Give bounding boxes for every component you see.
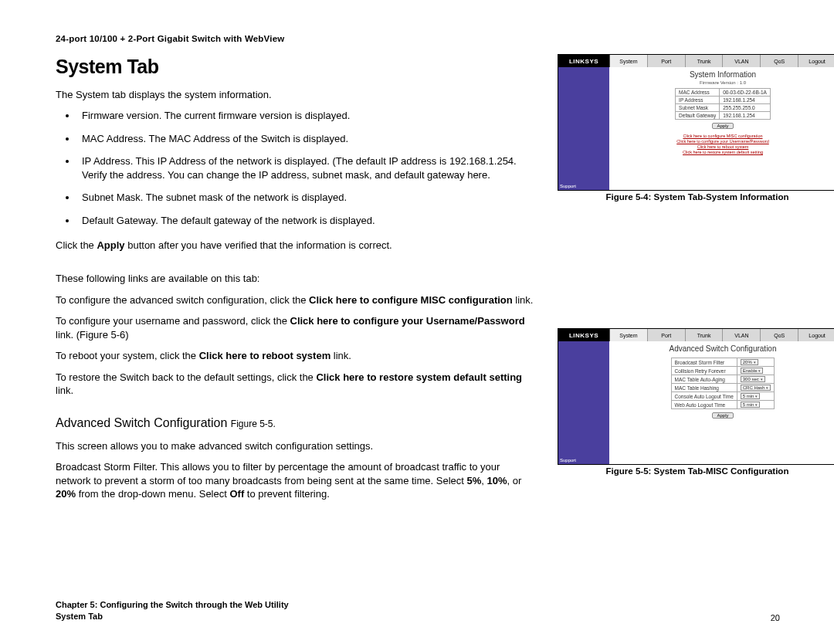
bold: 20% xyxy=(56,488,76,500)
cell-val: 5 min xyxy=(737,392,775,401)
ss-topbar: LINKSYS System Port Trunk VLAN QoS Logou… xyxy=(558,329,834,341)
screenshot-sysinfo: LINKSYS System Port Trunk VLAN QoS Logou… xyxy=(558,54,834,191)
tab-vlan[interactable]: VLAN xyxy=(723,329,761,341)
text: , or xyxy=(507,475,522,486)
cell-val: Enable xyxy=(737,367,775,375)
ss-body: Support System Information Firmware Vers… xyxy=(558,67,834,190)
table-row: MAC Address00-03-6D-22-6B-1A xyxy=(676,89,771,97)
left-column: System Tab The System tab displays the s… xyxy=(56,54,534,509)
tab-logout[interactable]: Logout xyxy=(798,329,834,341)
link-line: To restore the Switch back to the defaul… xyxy=(56,371,534,398)
tab-trunk[interactable]: Trunk xyxy=(686,55,724,67)
text: To restore the Switch back to the defaul… xyxy=(56,371,316,383)
link-bold: Click here to restore system default set… xyxy=(316,371,522,383)
cell-val[interactable]: 192.168.1.254 xyxy=(720,112,771,120)
page-title: System Tab xyxy=(56,54,534,80)
tab-trunk[interactable]: Trunk xyxy=(686,329,724,341)
table-row: MAC Table HashingCRC Hash xyxy=(671,384,775,392)
footer-left: Chapter 5: Configuring the Switch throug… xyxy=(56,599,289,622)
broadcast-filter-select[interactable]: 20% xyxy=(741,359,758,365)
console-logout-select[interactable]: 5 min xyxy=(741,393,761,399)
tab-system[interactable]: System xyxy=(610,329,648,341)
links-intro: These following links are available on t… xyxy=(56,272,534,286)
cell-key: IP Address xyxy=(676,97,720,104)
cell-key: MAC Address xyxy=(676,89,720,97)
cell-key: Default Gateway xyxy=(676,112,720,120)
restore-default-link[interactable]: Click here to restore system default set… xyxy=(676,150,769,155)
ss-fw-version: Firmware Version : 1.0 xyxy=(700,80,746,85)
footer-chapter: Chapter 5: Configuring the Switch throug… xyxy=(56,599,289,611)
web-logout-select[interactable]: 5 min xyxy=(741,402,761,408)
spacer xyxy=(558,215,834,314)
mac-aging-select[interactable]: 300 sec xyxy=(741,376,765,382)
tab-qos[interactable]: QoS xyxy=(761,55,798,67)
table-row: Console Auto Logout Time5 min xyxy=(671,392,775,401)
intro-text: The System tab displays the system infor… xyxy=(56,88,534,102)
subheading-main: Advanced Switch Configuration xyxy=(56,416,231,429)
link-bold: Click here to configure your Username/Pa… xyxy=(290,315,525,327)
figure-caption: Figure 5-4: System Tab-System Informatio… xyxy=(558,192,834,202)
tab-logout[interactable]: Logout xyxy=(798,55,834,67)
link-line: To configure the advanced switch configu… xyxy=(56,293,534,307)
link-bold: Click here to reboot system xyxy=(199,350,331,361)
apply-bold: Apply xyxy=(97,239,124,251)
text: , xyxy=(481,475,486,486)
table-row: Broadcast Storm Filter20% xyxy=(671,358,775,367)
apply-button[interactable]: Apply xyxy=(712,412,733,419)
mac-hashing-select[interactable]: CRC Hash xyxy=(741,385,771,391)
ss-title: System Information xyxy=(690,70,756,79)
link-line: To reboot your system, click the Click h… xyxy=(56,349,534,363)
text: To reboot your system, click the xyxy=(56,350,199,361)
cell-key: MAC Table Auto-Aging xyxy=(671,375,737,384)
collision-retry-select[interactable]: Enable xyxy=(741,368,764,374)
footer-section: System Tab xyxy=(56,611,289,622)
cell-val: 00-03-6D-22-6B-1A xyxy=(720,89,771,97)
page-number: 20 xyxy=(771,613,780,622)
username-password-link[interactable]: Click here to configure your Username/Pa… xyxy=(676,139,769,144)
list-item: IP Address. This IP Address of the netwo… xyxy=(77,154,534,181)
figure-5-5-block: LINKSYS System Port Trunk VLAN QoS Logou… xyxy=(558,328,834,476)
linksys-logo: LINKSYS xyxy=(558,55,610,67)
list-item: Firmware version. The current firmware v… xyxy=(77,109,534,123)
right-column: LINKSYS System Port Trunk VLAN QoS Logou… xyxy=(558,54,834,509)
bold: Off xyxy=(229,488,244,500)
table-row: Default Gateway192.168.1.254 xyxy=(676,112,771,120)
tab-qos[interactable]: QoS xyxy=(761,329,798,341)
page-footer: Chapter 5: Configuring the Switch throug… xyxy=(56,599,780,622)
sidebar-support[interactable]: Support xyxy=(558,182,609,190)
text: link. (Figure 5-6) xyxy=(56,329,129,341)
page: 24-port 10/100 + 2-Port Gigabit Switch w… xyxy=(0,0,834,644)
tab-port[interactable]: Port xyxy=(648,55,686,67)
list-item: Default Gateway. The default gateway of … xyxy=(77,214,534,228)
sidebar-support[interactable]: Support xyxy=(558,456,609,464)
subheading-fig: Figure 5-5. xyxy=(231,419,276,429)
ss-sidebar: Support xyxy=(558,67,609,190)
table-row: IP Address192.168.1.254 xyxy=(676,97,771,104)
ss-main: System Information Firmware Version : 1.… xyxy=(609,67,834,190)
apply-button[interactable]: Apply xyxy=(712,123,733,129)
text: Click the xyxy=(56,239,97,251)
ss-main: Advanced Switch Configuration Broadcast … xyxy=(609,341,834,464)
misc-config-link[interactable]: Click here to configure MISC configurati… xyxy=(676,134,769,139)
cell-val[interactable]: 192.168.1.254 xyxy=(720,97,771,104)
cell-key: MAC Table Hashing xyxy=(671,384,737,392)
cell-val: 300 sec xyxy=(737,375,775,384)
tab-port[interactable]: Port xyxy=(648,329,686,341)
table-row: Collision Retry ForeverEnable xyxy=(671,367,775,375)
reboot-link[interactable]: Click here to reboot system xyxy=(676,144,769,150)
tab-vlan[interactable]: VLAN xyxy=(723,55,761,67)
two-col-layout: System Tab The System tab displays the s… xyxy=(56,54,780,509)
ss-links: Click here to configure MISC configurati… xyxy=(676,134,769,156)
ss-body: Support Advanced Switch Configuration Br… xyxy=(558,341,834,464)
cell-key: Subnet Mask xyxy=(676,104,720,112)
tab-system[interactable]: System xyxy=(610,55,648,67)
list-item: MAC Address. The MAC Address of the Swit… xyxy=(77,132,534,146)
link-bold: Click here to configure MISC configurati… xyxy=(309,294,513,306)
apply-paragraph: Click the Apply button after you have ve… xyxy=(56,239,534,253)
table-row: Web Auto Logout Time5 min xyxy=(671,401,775,409)
cell-val[interactable]: 255.255.255.0 xyxy=(720,104,771,112)
cell-key: Collision Retry Forever xyxy=(671,367,737,375)
text: to prevent filtering. xyxy=(244,488,330,500)
cell-key: Web Auto Logout Time xyxy=(671,401,737,409)
bold: 10% xyxy=(487,475,507,486)
